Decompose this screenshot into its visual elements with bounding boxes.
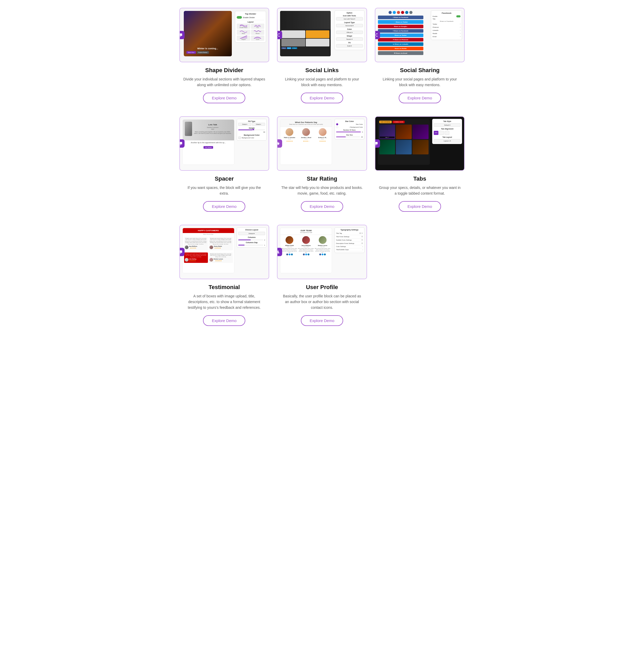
upp-social-tw-1: [289, 254, 291, 255]
user-profile-preview: OUR TEAM Our Experience Staff William Sm…: [277, 225, 367, 279]
ssp-enable-toggle: [456, 15, 460, 17]
srp-name-1: Pablo G. Gonzalez: [282, 137, 297, 138]
spacer-demo-button[interactable]: Explore Demo: [203, 201, 245, 212]
sp-slider-fill: [238, 130, 254, 130]
upp-desc-fonts-row: Description Fonts Settings ⚙: [336, 242, 363, 245]
upp-social-li-3: [324, 254, 326, 255]
svg-point-4: [278, 36, 280, 37]
testimonial-desc: A set of boxes with image upload, title,…: [183, 293, 266, 311]
star-rating-demo-button[interactable]: Explore Demo: [301, 201, 343, 212]
srp-role-1: Doctor: [282, 138, 297, 140]
star-rating-inner: What Our Patients Say Read what our cust…: [277, 117, 367, 170]
sdp-shape-label-wave: Wave: [242, 33, 245, 34]
ssp-btn-fb2: f Share on Facebook: [378, 29, 423, 33]
tabs-title: Tabs: [413, 175, 426, 182]
tp-style-select: Default ▾: [434, 123, 460, 126]
upp-profiles-row: William Smith Web Chief All knowing doub…: [280, 235, 332, 257]
srp-control-panel: Star Color Star Color ○ Background Color…: [335, 119, 364, 139]
ssp-linkedin-label: LinkedIn: [433, 29, 438, 31]
monitor2-icon: [179, 141, 183, 146]
ssp-btn-li: in Share on LinkedIn: [378, 42, 423, 46]
tabs-demo-button[interactable]: Explore Demo: [399, 201, 441, 212]
testimonial-demo-button[interactable]: Explore Demo: [203, 315, 245, 326]
sdp-shape-double-wave: Double Wave: [237, 24, 250, 29]
tsp-gap-value: 1: [264, 244, 265, 246]
card-tabs: NOW SHOWING COMING SOON bndc.™: [375, 116, 465, 212]
user-profile-inner: OUR TEAM Our Experience Staff William Sm…: [277, 225, 367, 279]
srp-role-3: Doctor: [315, 138, 331, 140]
user-profile-demo-button[interactable]: Explore Demo: [301, 315, 343, 326]
star-icon: [277, 141, 280, 146]
slp-shape-label: Shape: [336, 35, 363, 37]
ssp-dot-fb: [389, 11, 392, 14]
slp-main-scene: f Share Tweet in Share: [280, 11, 331, 56]
upp-avatar-1: [285, 236, 293, 244]
upp-typography-title: Typography Settings: [336, 229, 363, 231]
upp-socials-3: [315, 254, 331, 255]
ssp-reddit-label: Reddit: [433, 33, 437, 34]
tp-movie-4: [379, 140, 395, 155]
srp-main-scene: What Our Patients Say Read what our cust…: [280, 119, 332, 165]
sdp-panel-title: Top Divider: [237, 13, 264, 15]
upp-role-1: Web Chief: [282, 246, 297, 248]
svg-line-11: [375, 34, 377, 35]
svg-rect-15: [179, 251, 182, 253]
srp-header-sub: Read what our customers say to find us i…: [282, 123, 330, 125]
tsp-panel-title: Choose Layout: [238, 229, 265, 231]
ssp-pinterest-row: Pinterest ›: [433, 26, 460, 28]
tsp-cards-row: A highly made double listing of the comm…: [183, 236, 234, 252]
slp-layout-section: Layout Type Horizontal ▾: [336, 22, 363, 27]
slp-icon-texts-label: Icon with Texts: [336, 15, 363, 17]
tp-coming-soon: COMING SOON: [392, 121, 405, 123]
social-links-demo-button[interactable]: Explore Demo: [301, 93, 343, 103]
upp-social-fb-3: [319, 254, 321, 255]
upp-subtitle-fonts-label: Subtitle Fonts Settings: [336, 239, 352, 241]
tsp-card-2: A highly made double listing of the comm…: [209, 237, 233, 251]
upp-desc-fonts-gear: ⚙: [361, 242, 363, 244]
tsp-card-1: A highly made double listing of the comm…: [184, 237, 208, 251]
social-sharing-preview: f Share on Facebook 🐦 Share on Twitter S…: [375, 8, 465, 62]
tsp-control-panel: Choose Layout Default ▾ Columns 2 Column…: [237, 227, 267, 248]
tp-movie-1-title: bndc.™: [380, 137, 394, 138]
ssp-twitter-label: Twitter: [433, 23, 437, 25]
srp-star-size-row: 20: [336, 136, 363, 138]
slp-fit-label: Fit: [336, 42, 363, 44]
tsp-info-3: Lola Gatling ★★★★★: [189, 258, 197, 262]
testimonial-icon: [179, 248, 185, 256]
upp-title-fonts-row: Title Fonts Settings ⚙: [336, 235, 363, 238]
tsp-img-2: [209, 245, 213, 249]
tabs-inner: NOW SHOWING COMING SOON bndc.™: [375, 117, 464, 170]
upp-color-settings-label: Color Settings: [336, 246, 346, 247]
sp-main-scene: Lets Talk Satisfied Customers5000 Make s…: [183, 119, 234, 165]
ssp-buttons-col: f Share on Facebook 🐦 Share on Twitter S…: [378, 11, 423, 56]
social-links-title: Social Links: [305, 67, 339, 74]
srp-avatar-2: [302, 128, 310, 136]
sdp-enable-label: Enable Divider: [243, 17, 255, 18]
social-sharing-demo-button[interactable]: Explore Demo: [399, 93, 441, 103]
tsp-stars-r2: ★★★★★: [214, 247, 222, 249]
upp-header: OUR TEAM Our Experience Staff: [280, 228, 332, 235]
sdp-control-panel: Top Divider Enable Divider Layout Double…: [235, 11, 266, 43]
ssp-pinterest-chevron: ›: [460, 26, 461, 28]
ssp-panel-title: Facebook: [433, 12, 460, 14]
srp-profile-1: Pablo G. Gonzalez Doctor ★★★★★: [282, 128, 297, 142]
ssp-email-chevron: ›: [460, 35, 461, 38]
star-rating-icon: [277, 139, 282, 148]
spacer-inner: Lets Talk Satisfied Customers5000 Make s…: [180, 117, 269, 170]
sdp-main-scene: Winter is coming... Watch Now Explore Re…: [184, 11, 232, 56]
shape-divider-desc: Divide your individual sections with lay…: [183, 76, 266, 88]
ssp-btn-rd: Share on Reddit: [378, 47, 423, 50]
upp-profile-3: Newton Larson Art Chief All knowing doub…: [315, 236, 331, 256]
tp-movie-5: [396, 140, 412, 155]
social-sharing-icon: [375, 31, 380, 39]
social-links-inner: f Share Tweet in Share Option Icon with …: [277, 8, 367, 62]
tp-control-panel: Tab Style Default ▾ Tab Alignment Tab La…: [432, 119, 462, 144]
sp-fill-type-label: Fill Type: [238, 120, 265, 122]
srp-star-color-row: Star Color: [336, 123, 363, 125]
sdp-btn1: Watch Now: [186, 51, 196, 54]
tp-align-center: [439, 131, 444, 135]
card-shape-divider: Winter is coming... Watch Now Explore Re…: [179, 8, 270, 103]
shape-divider-demo-button[interactable]: Explore Demo: [203, 93, 245, 103]
tp-align-right: [445, 131, 449, 135]
tp-movie-6: [412, 140, 428, 155]
